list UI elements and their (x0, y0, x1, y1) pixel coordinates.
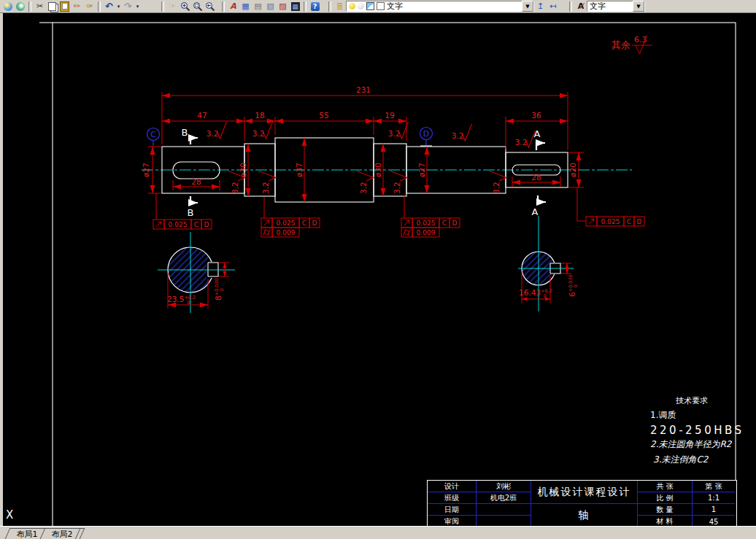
svg-text:C: C (627, 218, 631, 225)
xsec-left-width-label: 23.5+0.20 (167, 295, 196, 306)
svg-text:3.2: 3.2 (252, 129, 265, 138)
tolerance-frame-2[interactable]: 0.025 C D 0.009 (261, 197, 320, 237)
dim-55-label: 55 (319, 111, 328, 120)
cross-section-right[interactable]: 16.43+0.20 6+0.0300 (518, 216, 579, 311)
date-label: 日期 (428, 504, 477, 516)
section-b-label-bottom: B (188, 207, 194, 218)
dia-30-sec4-label: ø30 (374, 163, 382, 177)
svg-text:C: C (302, 220, 306, 227)
part-name: 轴 (531, 504, 638, 527)
total-sheets-label: 共 张 (638, 481, 693, 492)
roughness-mark: 3.2 (452, 124, 472, 141)
roughness-check-icon (490, 171, 506, 182)
svg-text:0.025: 0.025 (277, 220, 296, 227)
roughness-check-icon (390, 171, 407, 182)
dim-18-label: 18 (255, 111, 264, 120)
roughness-check-icon (259, 171, 276, 182)
circular-runout-icon (156, 222, 161, 227)
dim-47-label: 47 (197, 111, 207, 120)
roughness-marks[interactable]: 3.2 3.2 3.2 3.2 3.2 3.2 3.2 3.2 3.2 3.2 (207, 122, 536, 194)
dia-27-sec5-label: ø27 (417, 163, 426, 177)
tech-line-3: 2.未注圆角半径为R2 (650, 439, 733, 449)
section-b-arrow-bottom (190, 196, 198, 203)
technical-requirements[interactable]: 技术要求 1.调质 220-250HBS 2.未注圆角半径为R2 3.未注倒角C… (650, 396, 744, 465)
default-surface-roughness-note[interactable]: 其余 6.3 (612, 35, 652, 54)
quantity-label: 数 量 (638, 504, 693, 516)
circular-runout-icon (404, 220, 409, 225)
svg-text:3.2: 3.2 (261, 182, 270, 194)
xsec-left-depth-label: 8+0.0300 (214, 278, 225, 300)
roughness-mark: 3.2 (390, 171, 407, 195)
cylindricity-icon (263, 229, 271, 236)
roughness-mark: 3.2 (490, 171, 506, 195)
scale-label: 比 例 (638, 492, 693, 504)
tolerance-frame-1[interactable]: 0.025 C D (153, 193, 212, 229)
svg-text:3.2: 3.2 (492, 182, 501, 194)
roughness-mark: 3.2 (252, 122, 273, 139)
roughness-mark: 3.2 (207, 122, 227, 139)
svg-text:C: C (194, 221, 198, 228)
roughness-mark: 3.2 (388, 122, 409, 139)
tech-line-2: 220-250HBS (650, 424, 744, 437)
svg-text:C: C (442, 220, 447, 227)
date-value (477, 504, 531, 516)
svg-text:0.025: 0.025 (417, 220, 436, 227)
svg-text:3.2: 3.2 (452, 131, 464, 140)
section-a-arrow-bottom (538, 195, 546, 202)
tolerance-frame-4[interactable]: 0.025 C D (577, 187, 644, 226)
circular-runout-icon (264, 220, 269, 225)
dim-36-label: 36 (531, 111, 541, 120)
cad-application-window: { "window": { "cursor_label": "X" }, "to… (0, 0, 756, 539)
svg-text:0.009: 0.009 (417, 229, 436, 236)
section-b-arrow-top (190, 138, 198, 144)
section-a-arrow-top (536, 143, 545, 150)
svg-text:3.2: 3.2 (393, 182, 401, 194)
svg-text:0.009: 0.009 (277, 229, 296, 236)
title-block[interactable]: 设计 刘彬 机械设计课程设计 共 张 第 张 班级 机电2班 比 例 1:1 日… (427, 480, 737, 528)
roughness-mark: 3.2 (515, 131, 536, 147)
svg-text:D: D (312, 220, 317, 227)
status-bar: 布局1 布局2 (0, 526, 756, 539)
svg-text:3.2: 3.2 (207, 129, 219, 138)
svg-text:0.025: 0.025 (601, 218, 620, 225)
dim-19-label: 19 (385, 111, 394, 120)
datum-c-label: C (150, 130, 156, 139)
dim-overall-label: 231 (356, 85, 371, 94)
cylindricity-icon (404, 229, 411, 236)
shaft-outline[interactable] (142, 138, 632, 202)
tech-line-1: 1.调质 (650, 410, 676, 420)
scale-value: 1:1 (693, 492, 735, 504)
xsec-right-depth-label: 6+0.0300 (568, 274, 579, 297)
xsec-right-width-label: 16.43+0.20 (519, 288, 552, 299)
quantity-value: 1 (693, 504, 735, 516)
svg-text:D: D (452, 220, 458, 227)
tolerance-frame-3[interactable]: 0.025 C D 0.009 (401, 195, 460, 237)
section-a-label-bottom: A (532, 206, 539, 217)
layout-tab-strip: 布局1 布局2 (0, 527, 85, 539)
default-roughness-label: 其余 (612, 39, 630, 50)
roughness-check-icon (357, 171, 374, 182)
design-label: 设计 (428, 481, 477, 492)
roughness-mark: 3.2 (357, 171, 374, 195)
class-label: 班级 (428, 492, 477, 504)
datum-section-marks[interactable]: C D B B A A (147, 127, 547, 218)
design-value: 刘彬 (477, 481, 531, 492)
cross-section-left[interactable]: 23.5+0.20 8+0.0300 (158, 232, 235, 313)
dia-30-sec2-label: ø30 (239, 163, 247, 177)
dim-key-right-label: 28 (531, 173, 541, 182)
project-title: 机械设计课程设计 (531, 481, 638, 504)
dia-20-label: ø20 (568, 163, 577, 177)
drawing-canvas[interactable]: 231 47 18 55 19 36 28 28 ø27 ø30 ø37 ø30… (0, 0, 756, 539)
svg-text:3.2: 3.2 (515, 138, 528, 147)
section-b-label-top: B (182, 127, 188, 138)
datum-d-label: D (423, 129, 429, 139)
svg-text:3.2: 3.2 (388, 129, 401, 138)
tolerance-frames[interactable]: 0.025 C D 0.025 C D 0.009 0.025 C D (153, 187, 644, 237)
svg-text:D: D (204, 221, 209, 228)
tech-title: 技术要求 (676, 396, 708, 406)
svg-text:D: D (637, 218, 642, 225)
dia-37-label: ø37 (295, 163, 304, 177)
circular-runout-icon (589, 219, 594, 224)
dia-27-left-label: ø27 (142, 163, 150, 177)
crosshair-cursor: X (6, 508, 13, 521)
